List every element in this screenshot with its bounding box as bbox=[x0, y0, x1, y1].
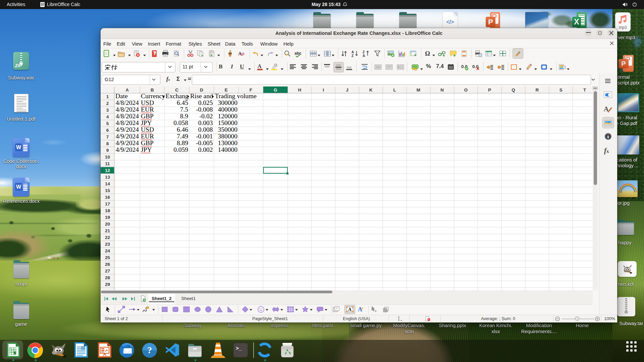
svg-text:A: A bbox=[258, 63, 262, 69]
svg-text:A: A bbox=[363, 54, 365, 57]
svg-text:?: ? bbox=[147, 345, 152, 355]
svg-text:300000: 300000 bbox=[218, 99, 238, 106]
svg-text:O: O bbox=[464, 87, 468, 93]
svg-text:0.002: 0.002 bbox=[198, 146, 213, 153]
svg-text:8.89: 8.89 bbox=[177, 139, 188, 146]
svg-text:C: C bbox=[175, 87, 178, 93]
svg-text:10: 10 bbox=[105, 155, 110, 160]
svg-text:Currency: Currency bbox=[141, 93, 165, 100]
svg-text:1: 1 bbox=[106, 94, 109, 99]
svg-text:Date: Date bbox=[115, 93, 128, 100]
svg-text:Q: Q bbox=[512, 87, 515, 93]
svg-text:0.025: 0.025 bbox=[198, 99, 213, 106]
svg-text:0.058: 0.058 bbox=[173, 119, 188, 126]
svg-text:A: A bbox=[352, 50, 354, 54]
svg-text:13: 13 bbox=[105, 175, 110, 180]
svg-text:0.008: 0.008 bbox=[198, 126, 213, 133]
svg-text:L: L bbox=[393, 87, 396, 93]
svg-text:-0.02: -0.02 bbox=[199, 113, 213, 120]
svg-text:Ω: Ω bbox=[425, 50, 430, 57]
svg-text:I: I bbox=[323, 87, 324, 93]
svg-text:0.003: 0.003 bbox=[198, 119, 213, 126]
svg-text:GBP: GBP bbox=[141, 113, 154, 120]
svg-text:USD: USD bbox=[141, 126, 154, 133]
svg-text:4/8/2024: 4/8/2024 bbox=[116, 119, 139, 126]
svg-text:17: 17 bbox=[105, 201, 110, 206]
svg-text:21: 21 bbox=[105, 228, 110, 233]
svg-text:380000: 380000 bbox=[218, 133, 238, 140]
svg-text:F: F bbox=[250, 87, 252, 93]
svg-text:5: 5 bbox=[106, 121, 109, 126]
svg-text:>_: >_ bbox=[236, 346, 242, 352]
svg-text:120000: 120000 bbox=[218, 113, 238, 120]
svg-text:A: A bbox=[125, 87, 129, 93]
svg-text:6.45: 6.45 bbox=[177, 99, 188, 106]
svg-text:J: J bbox=[346, 87, 348, 93]
svg-text:8: 8 bbox=[106, 141, 109, 146]
svg-text:D: D bbox=[200, 87, 203, 93]
svg-text:JPY: JPY bbox=[141, 119, 152, 126]
svg-text:A: A bbox=[348, 307, 352, 312]
svg-text:4/9/2024: 4/9/2024 bbox=[116, 146, 139, 153]
svg-text:G: G bbox=[274, 87, 277, 93]
svg-text:abc: abc bbox=[294, 51, 302, 56]
svg-text:-0.008: -0.008 bbox=[196, 106, 213, 113]
svg-text:140000: 140000 bbox=[218, 146, 238, 153]
svg-text:M: M bbox=[417, 87, 420, 93]
svg-text:6.46: 6.46 bbox=[177, 126, 188, 133]
svg-text:4/8/2024: 4/8/2024 bbox=[116, 99, 139, 106]
svg-text:A: A bbox=[238, 51, 242, 56]
svg-text:B: B bbox=[151, 87, 154, 93]
svg-text:7: 7 bbox=[106, 134, 109, 139]
svg-text:Z: Z bbox=[352, 54, 354, 57]
svg-text:15: 15 bbox=[105, 188, 110, 193]
svg-text:11: 11 bbox=[105, 161, 110, 166]
svg-text:E: E bbox=[225, 87, 228, 93]
svg-text:26: 26 bbox=[105, 262, 110, 267]
svg-text:18: 18 bbox=[105, 208, 110, 213]
svg-text:4/8/2024: 4/8/2024 bbox=[116, 106, 139, 113]
svg-text:23: 23 bbox=[105, 242, 110, 247]
svg-text:S: S bbox=[559, 87, 562, 93]
svg-text:USD: USD bbox=[141, 99, 154, 106]
svg-text:4/9/2024: 4/9/2024 bbox=[116, 133, 139, 140]
svg-text:400000: 400000 bbox=[218, 106, 238, 113]
svg-text:H: H bbox=[298, 87, 302, 93]
svg-text:12: 12 bbox=[105, 168, 110, 173]
svg-text:EUR: EUR bbox=[141, 133, 154, 140]
svg-text:R: R bbox=[536, 87, 539, 93]
svg-text:7.5: 7.5 bbox=[180, 106, 188, 113]
svg-text:28: 28 bbox=[105, 275, 110, 280]
svg-text:19: 19 bbox=[105, 215, 110, 220]
svg-text:130000: 130000 bbox=[218, 139, 238, 146]
svg-text:Trading volume: Trading volume bbox=[215, 93, 257, 100]
svg-text:Z: Z bbox=[363, 50, 365, 54]
svg-text:29: 29 bbox=[105, 282, 110, 287]
svg-text:P: P bbox=[488, 87, 491, 93]
svg-text:350000: 350000 bbox=[218, 126, 238, 133]
svg-text:20: 20 bbox=[105, 222, 110, 227]
svg-text:4/9/2024: 4/9/2024 bbox=[116, 126, 139, 133]
svg-text:4/9/2024: 4/9/2024 bbox=[116, 139, 139, 146]
svg-text:GBP: GBP bbox=[141, 139, 154, 146]
svg-text:A: A bbox=[604, 105, 609, 113]
svg-text:N: N bbox=[440, 87, 444, 93]
svg-text:3: 3 bbox=[106, 108, 109, 113]
svg-text:T: T bbox=[583, 87, 586, 93]
svg-text:4: 4 bbox=[106, 114, 109, 119]
svg-text:Exchang: Exchang bbox=[166, 93, 189, 100]
svg-text:0.059: 0.059 bbox=[173, 146, 188, 153]
svg-text:27: 27 bbox=[105, 268, 110, 274]
svg-text:8.9: 8.9 bbox=[180, 113, 188, 120]
svg-text:14: 14 bbox=[105, 181, 110, 186]
svg-text:K: K bbox=[369, 87, 373, 93]
svg-text:2: 2 bbox=[106, 101, 109, 106]
svg-text:JPY: JPY bbox=[141, 146, 152, 153]
svg-text:Rise and: Rise and bbox=[190, 93, 213, 100]
svg-text:150000: 150000 bbox=[218, 119, 238, 126]
svg-text:-0.005: -0.005 bbox=[196, 139, 213, 146]
svg-text:9: 9 bbox=[106, 148, 109, 153]
svg-text:16: 16 bbox=[105, 195, 110, 200]
svg-text:22: 22 bbox=[105, 235, 110, 240]
svg-text:24: 24 bbox=[105, 248, 110, 253]
